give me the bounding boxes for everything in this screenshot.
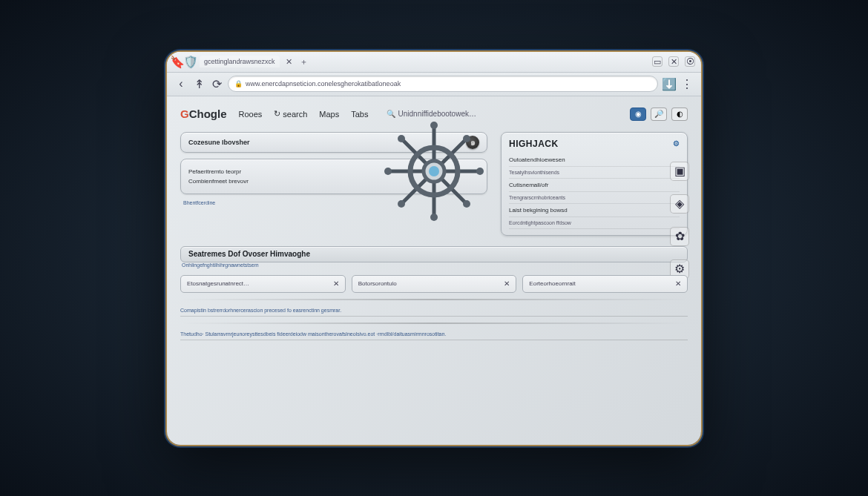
favicon-2: 🛡️	[186, 57, 195, 66]
address-url: www.enercdapnseticion.conelesgherokatiba…	[246, 80, 401, 87]
card1-label: Cozesune Ibovsher	[188, 139, 250, 146]
card2-line1: Pefaeritremto teorpr	[188, 168, 241, 175]
highjack-panel: HIGHJACK ⚙ Outoatendhioewesen Tesatylhsv…	[501, 132, 688, 236]
package-icon[interactable]: ◈	[670, 194, 689, 214]
search-icon: 🔍	[387, 110, 395, 118]
forward-button[interactable]: ↟	[192, 77, 206, 90]
filter-box-3[interactable]: Eorteorhoeornrait ✕	[522, 275, 688, 293]
favicon-1: 🔖	[173, 57, 182, 66]
divider	[180, 323, 688, 324]
lock-icon: 🔒	[234, 80, 243, 87]
address-row: ‹ ↟ ⟳ 🔒 www.enercdapnseticion.conelesghe…	[167, 73, 701, 96]
new-tab-button[interactable]: ＋	[299, 56, 309, 67]
panel-item[interactable]: Eorcdntightpascoon ffdsow	[509, 217, 680, 229]
spiral-icon[interactable]: ๑	[466, 136, 479, 149]
logo-prefix: G	[180, 108, 189, 120]
refresh-icon: ↻	[274, 109, 280, 119]
left-column: Cozesune Ibovsher ๑ Pefaeritremto teorpr…	[180, 132, 487, 236]
section-title-text: Seatremes dof ovoser himvaoghe	[188, 250, 310, 258]
card2-line2: Combienfmeet brevovr	[188, 178, 249, 185]
reload-button[interactable]: ⟳	[210, 77, 223, 90]
filter3-clear[interactable]: ✕	[675, 280, 681, 288]
back-button[interactable]: ‹	[174, 77, 188, 90]
site-nav: GChogle Rooes ↻search Maps Tabs 🔍 Unidnn…	[180, 104, 688, 125]
filter1-clear[interactable]: ✕	[333, 280, 339, 288]
nav-maps[interactable]: Maps	[319, 110, 339, 119]
site-search[interactable]: 🔍 Unidnniffidebootowek…	[387, 110, 476, 118]
logo-rest: Chogle	[189, 108, 227, 120]
download-button[interactable]: ⬇️	[662, 77, 676, 90]
window-close-button[interactable]: ✕	[668, 56, 679, 67]
menu-button[interactable]: ⋮	[680, 77, 694, 90]
nav-search[interactable]: ↻search	[274, 109, 307, 119]
profile-button[interactable]: ◐	[671, 108, 688, 121]
footer-note-2: Thetudho· Stularravrnrjeunoreysttesdbeis…	[180, 331, 688, 340]
card-cozesune[interactable]: Cozesune Ibovsher ๑	[180, 132, 487, 153]
panel-item[interactable]: Cutisnemall/ofr	[509, 179, 680, 192]
right-column: HIGHJACK ⚙ Outoatendhioewesen Tesatylhsv…	[501, 132, 688, 236]
window-minimize-button[interactable]: ▭	[652, 56, 662, 67]
leaf-icon[interactable]: ✿	[670, 227, 689, 246]
panel-settings-icon[interactable]: ⚙	[673, 139, 680, 148]
panel-item[interactable]: Trengrarscrnhobriceants	[509, 192, 680, 204]
filter2-clear[interactable]: ✕	[504, 280, 510, 288]
panel-item[interactable]: Laist bekgining bowsd	[509, 204, 680, 217]
browser-window: 🔖 🛡️ gcettinglandrawsnezxck ✕ ＋ ▭ ✕ ⦿ ‹ …	[167, 52, 701, 445]
panel-item[interactable]: Outoatendhioewesen	[509, 153, 680, 167]
nav-tabs[interactable]: Tabs	[351, 110, 368, 119]
tab-close-button[interactable]: ✕	[284, 56, 295, 67]
filter-box-2[interactable]: Botorsorontulo ✕	[352, 275, 517, 293]
display-icon[interactable]: ▣	[670, 162, 689, 181]
filters-row: Etosnatgesrunatnrect… ✕ Botorsorontulo ✕…	[180, 275, 688, 293]
site-search-placeholder: Unidnniffidebootowek…	[398, 110, 476, 118]
browser-tab[interactable]: gcettinglandrawsnezxck	[200, 56, 280, 67]
address-bar[interactable]: 🔒 www.enercdapnseticion.conelesgherokati…	[228, 76, 658, 92]
filter3-text: Eorteorhoeornrait	[529, 280, 575, 287]
camera-button[interactable]: ◉	[630, 108, 646, 121]
panel-side-icons: ▣ ◈ ✿ ⚙	[670, 162, 689, 279]
filter1-text: Etosnatgesrunatnrect…	[187, 280, 249, 287]
nav-rooes[interactable]: Rooes	[239, 110, 263, 119]
section-title-bar: Seatremes dof ovoser himvaoghe	[180, 246, 688, 262]
small-link[interactable]: Bhentfcerdine	[183, 200, 487, 205]
filter-header: Onhlingefnghtilhihrgnawnetstsem	[182, 262, 688, 268]
window-menu-button[interactable]: ⦿	[685, 56, 695, 67]
body-row: Cozesune Ibovsher ๑ Pefaeritremto teorpr…	[180, 132, 688, 236]
panel-title-text: HIGHJACK	[509, 139, 559, 149]
tab-strip: 🔖 🛡️ gcettinglandrawsnezxck ✕ ＋ ▭ ✕ ⦿	[167, 52, 701, 73]
filter-box-1[interactable]: Etosnatgesrunatnrect… ✕	[180, 275, 346, 293]
footer-note-1: Comapistin bstrerrdorhnercerascion prece…	[180, 308, 688, 317]
filter2-text: Botorsorontulo	[358, 280, 397, 287]
search-chip-button[interactable]: 🔎	[651, 108, 667, 121]
page-content: GChogle Rooes ↻search Maps Tabs 🔍 Unidnn…	[167, 96, 701, 445]
site-logo[interactable]: GChogle	[180, 108, 227, 120]
card-combined[interactable]: Pefaeritremto teorpr Combienfmeet brevov…	[180, 159, 487, 194]
divider	[180, 299, 688, 300]
panel-item[interactable]: Tesatylhsvionthisends	[509, 167, 680, 179]
tab-title: gcettinglandrawsnezxck	[204, 58, 275, 65]
